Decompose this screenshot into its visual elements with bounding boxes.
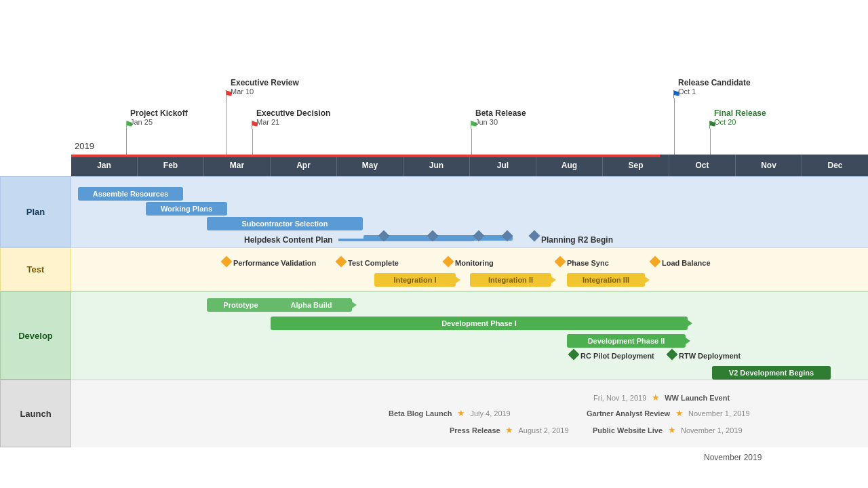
month-aug: Aug: [536, 155, 603, 176]
planning-r2-label: Planning R2 Begin: [541, 233, 613, 245]
year-label: 2019: [75, 141, 94, 151]
plan-label: Plan: [0, 176, 71, 247]
exec-review-label: Executive Review Mar 10: [231, 78, 299, 96]
month-sep: Sep: [603, 155, 669, 176]
final-release-line: [710, 129, 711, 155]
month-oct: Oct: [669, 155, 736, 176]
month-dec: Dec: [802, 155, 868, 176]
develop-label: Develop: [0, 291, 71, 380]
month-jun: Jun: [403, 155, 470, 176]
rc-pilot-label: RC Pilot Deployment: [580, 349, 654, 361]
month-mar: Mar: [204, 155, 271, 176]
november-2019-label: November 2019: [704, 451, 762, 463]
beta-blog-launch: Beta Blog Launch ★ July 4, 2019: [389, 407, 511, 419]
bar-assemble-resources: Assemble Resources: [78, 187, 183, 201]
bar-integration-2: Integration II: [470, 273, 551, 287]
month-jul: Jul: [470, 155, 536, 176]
int2-arrow: [549, 275, 556, 285]
month-may: May: [337, 155, 403, 176]
rc-label: Release Candidate Oct 1: [678, 78, 751, 96]
bar-prototype: Prototype: [207, 298, 275, 312]
bar-dev-phase-1: Development Phase I: [271, 317, 688, 330]
dev1-arrow: [686, 319, 692, 328]
bar-v2-dev: V2 Development Begins: [712, 366, 831, 380]
bar-integration-1: Integration I: [374, 273, 456, 287]
press-release: Press Release ★ August 2, 2019: [450, 424, 569, 436]
timeline-container: Plan Test Develop Launch 2019 Jan Feb Ma…: [0, 0, 868, 488]
timeline-header: Jan Feb Mar Apr May Jun Jul Aug Sep Oct …: [71, 155, 868, 176]
month-apr: Apr: [271, 155, 337, 176]
exec-decision-line: [252, 129, 253, 155]
monitoring-label: Monitoring: [455, 256, 494, 268]
bar-alpha-build: Alpha Build: [271, 298, 352, 312]
rc-line: [674, 98, 675, 155]
bar-subcontractor: Subcontractor Selection: [207, 217, 363, 230]
bar-dev-phase-2: Development Phase II: [567, 334, 686, 348]
rtw-label: RTW Deployment: [679, 349, 741, 361]
exec-review-line: [226, 98, 227, 155]
kickoff-label: Project Kickoff Jan 25: [130, 108, 188, 126]
beta-release-line: [471, 129, 472, 155]
phase-sync-label: Phase Sync: [567, 256, 609, 268]
launch-label: Launch: [0, 380, 71, 447]
perf-val-label: Performance Validation: [233, 256, 316, 268]
int1-arrow: [454, 275, 460, 285]
test-label: Test: [0, 247, 71, 291]
month-feb: Feb: [138, 155, 204, 176]
exec-decision-label: Executive Decision Mar 21: [256, 108, 330, 126]
ww-launch-event: Fri, Nov 1, 2019 ★ WW Launch Event: [593, 391, 730, 403]
test-complete-label: Test Complete: [348, 256, 399, 268]
progress-line: [71, 155, 660, 157]
final-release-label: Final Release Oct 20: [714, 108, 766, 126]
beta-release-label: Beta Release Jun 30: [475, 108, 526, 126]
bar-integration-3: Integration III: [567, 273, 645, 287]
dev2-arrow: [684, 336, 690, 346]
public-website-live: Public Website Live ★ November 1, 2019: [593, 424, 743, 436]
kickoff-line: [126, 129, 127, 155]
bar-working-plans: Working Plans: [146, 202, 227, 216]
month-nov: Nov: [736, 155, 802, 176]
gartner-review: Gartner Analyst Review ★ November 1, 201…: [587, 407, 750, 419]
alpha-arrow: [350, 300, 357, 310]
int3-arrow: [643, 275, 650, 285]
load-balance-label: Load Balance: [662, 256, 711, 268]
month-jan: Jan: [71, 155, 138, 176]
